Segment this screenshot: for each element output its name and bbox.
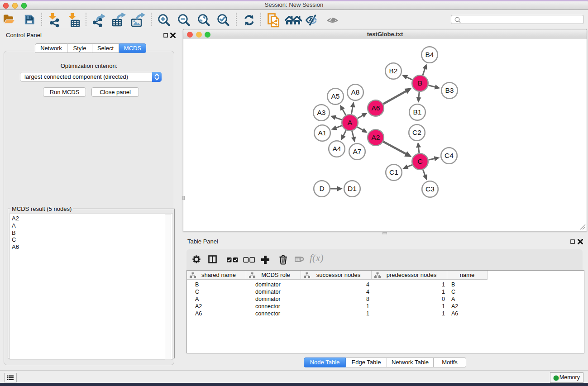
svg-text:A7: A7 bbox=[353, 148, 362, 155]
svg-text:B1: B1 bbox=[413, 108, 422, 116]
svg-text:A3: A3 bbox=[317, 109, 326, 116]
svg-text:C4: C4 bbox=[445, 152, 454, 159]
svg-text:B4: B4 bbox=[425, 51, 434, 58]
svg-text:C3: C3 bbox=[425, 185, 435, 193]
svg-text:D: D bbox=[319, 185, 324, 192]
svg-text:A5: A5 bbox=[331, 92, 340, 100]
svg-text:D1: D1 bbox=[348, 185, 357, 192]
svg-text:C: C bbox=[417, 157, 422, 165]
svg-text:B: B bbox=[418, 79, 422, 87]
svg-text:A: A bbox=[348, 119, 353, 126]
svg-text:A2: A2 bbox=[372, 133, 380, 141]
svg-text:C1: C1 bbox=[389, 168, 398, 176]
svg-text:A6: A6 bbox=[372, 104, 380, 112]
svg-text:A1: A1 bbox=[318, 129, 327, 137]
svg-text:B3: B3 bbox=[445, 86, 454, 94]
svg-text:A4: A4 bbox=[333, 145, 341, 152]
svg-text:C2: C2 bbox=[412, 129, 421, 136]
svg-text:A8: A8 bbox=[351, 88, 360, 96]
svg-text:B2: B2 bbox=[389, 67, 398, 75]
